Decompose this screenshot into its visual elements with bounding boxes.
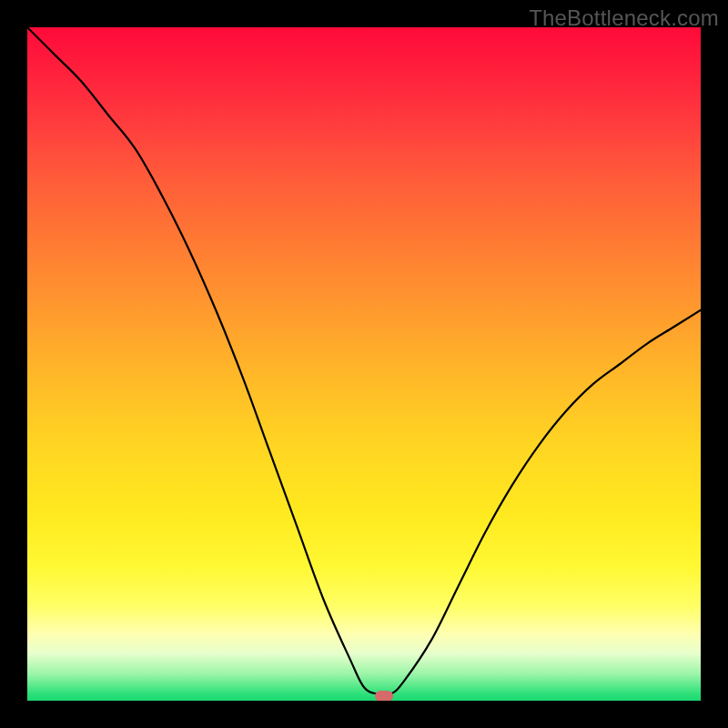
watermark-text: TheBottleneck.com (529, 5, 719, 31)
chart-plot-area (27, 27, 701, 701)
min-marker (375, 691, 393, 701)
bottleneck-curve (27, 27, 701, 701)
